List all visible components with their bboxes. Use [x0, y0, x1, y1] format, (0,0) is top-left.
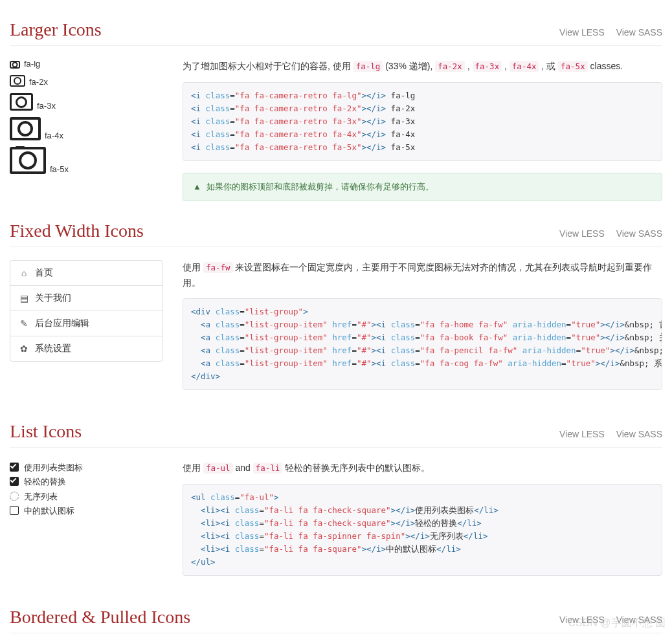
- pencil-icon: ✎: [19, 318, 28, 329]
- link-view-sass[interactable]: View SASS: [616, 27, 662, 38]
- icon-list: 使用列表类图标 轻松的替换 无序列表 中的默认图标: [10, 461, 163, 518]
- section-list-icons: List Icons View LESS View SASS 使用列表类图标 轻…: [10, 421, 662, 587]
- camera-retro-icon: [10, 61, 20, 69]
- check-square-icon: [10, 477, 19, 486]
- list-item-about[interactable]: ▤关于我们: [10, 285, 162, 311]
- link-view-less[interactable]: View LESS: [559, 228, 605, 239]
- warning-icon: ▲: [193, 182, 201, 191]
- cog-icon: ✿: [19, 344, 28, 354]
- home-icon: ⌂: [19, 268, 28, 278]
- description: 使用 fa-fw 来设置图标在一个固定宽度内，主要用于不同宽度图标无法对齐的情况…: [183, 260, 662, 291]
- camera-retro-icon: [10, 75, 25, 87]
- list-group: ⌂首页 ▤关于我们 ✎后台应用编辑 ✿系统设置: [10, 260, 163, 362]
- link-view-sass[interactable]: View SASS: [616, 615, 662, 625]
- camera-retro-icon: [10, 93, 33, 111]
- link-view-less[interactable]: View LESS: [559, 27, 605, 38]
- heading: Bordered & Pulled Icons: [10, 607, 190, 628]
- link-view-sass[interactable]: View SASS: [616, 429, 662, 439]
- book-icon: ▤: [19, 293, 28, 303]
- check-square-icon: [10, 463, 19, 472]
- heading: List Icons: [10, 421, 82, 442]
- link-view-less[interactable]: View LESS: [559, 615, 605, 625]
- list-item-home[interactable]: ⌂首页: [10, 261, 162, 285]
- square-icon: [10, 506, 19, 515]
- section-larger-icons: Larger Icons View LESS View SASS fa-lg f…: [10, 19, 662, 201]
- camera-retro-icon: [10, 117, 41, 140]
- code-block: <i class="fa fa-camera-retro fa-lg"></i>…: [183, 82, 662, 161]
- code-block: <div class="list-group"> <a class="list-…: [183, 298, 662, 390]
- link-view-sass[interactable]: View SASS: [616, 228, 662, 239]
- heading: Fixed Width Icons: [10, 221, 144, 241]
- link-view-less[interactable]: View LESS: [559, 429, 605, 439]
- list-item-backend[interactable]: ✎后台应用编辑: [10, 311, 162, 336]
- description: 为了增加图标大小相对于它们的容器, 使用 fa-lg (33% 递增), fa-…: [183, 59, 662, 74]
- camera-retro-icon: [10, 147, 46, 174]
- list-item-settings[interactable]: ✿系统设置: [10, 336, 162, 361]
- header-larger-icons: Larger Icons View LESS View SASS: [10, 19, 662, 46]
- section-fixed-width: Fixed Width Icons View LESS View SASS ⌂首…: [10, 221, 662, 402]
- description: 使用 fa-ul and fa-li 轻松的替换无序列表中的默认图标。: [183, 461, 662, 476]
- larger-icons-demo: fa-lg fa-2x fa-3x fa-4x fa-5x: [10, 59, 173, 201]
- section-bordered-pulled: Bordered & Pulled Icons View LESS View S…: [10, 607, 662, 634]
- spinner-icon: [10, 492, 19, 501]
- alert-notice: ▲ 如果你的图标顶部和底部被裁剪掉，请确保你有足够的行高。: [183, 173, 662, 201]
- heading: Larger Icons: [10, 19, 102, 40]
- code-block: <ul class="fa-ul"> <li><i class="fa-li f…: [183, 484, 662, 576]
